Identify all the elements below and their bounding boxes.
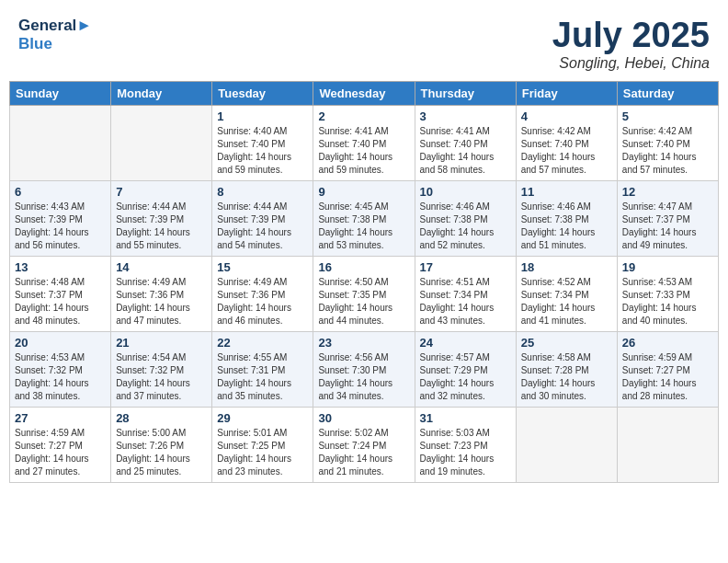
calendar-cell: 15Sunrise: 4:49 AMSunset: 7:36 PMDayligh…: [212, 256, 313, 331]
calendar-cell: 21Sunrise: 4:54 AMSunset: 7:32 PMDayligh…: [111, 331, 212, 407]
day-info: Sunrise: 4:51 AMSunset: 7:34 PMDaylight:…: [420, 276, 511, 327]
day-info: Sunrise: 4:48 AMSunset: 7:37 PMDaylight:…: [15, 276, 106, 327]
calendar-week-1: 1Sunrise: 4:40 AMSunset: 7:40 PMDaylight…: [10, 105, 719, 180]
day-number: 30: [318, 411, 409, 425]
day-info: Sunrise: 4:43 AMSunset: 7:39 PMDaylight:…: [15, 201, 106, 252]
day-number: 1: [217, 109, 308, 123]
title-block: July 2025 Songling, Hebei, China: [552, 17, 710, 72]
calendar-cell: 28Sunrise: 5:00 AMSunset: 7:26 PMDayligh…: [111, 407, 212, 482]
calendar-cell: 27Sunrise: 4:59 AMSunset: 7:27 PMDayligh…: [10, 407, 111, 482]
calendar-cell: [516, 407, 617, 482]
day-number: 12: [622, 185, 713, 199]
day-info: Sunrise: 4:56 AMSunset: 7:30 PMDaylight:…: [318, 351, 409, 403]
day-number: 19: [622, 260, 713, 274]
day-info: Sunrise: 4:55 AMSunset: 7:31 PMDaylight:…: [217, 351, 308, 403]
calendar-cell: [10, 105, 111, 180]
calendar-cell: 26Sunrise: 4:59 AMSunset: 7:27 PMDayligh…: [617, 331, 718, 407]
calendar-cell: 7Sunrise: 4:44 AMSunset: 7:39 PMDaylight…: [111, 180, 212, 256]
location-title: Songling, Hebei, China: [552, 55, 710, 72]
weekday-header-thursday: Thursday: [415, 81, 516, 105]
day-number: 22: [217, 336, 308, 350]
calendar-cell: 31Sunrise: 5:03 AMSunset: 7:23 PMDayligh…: [415, 407, 516, 482]
day-number: 2: [318, 109, 409, 123]
calendar-cell: 17Sunrise: 4:51 AMSunset: 7:34 PMDayligh…: [415, 256, 516, 331]
calendar-cell: 1Sunrise: 4:40 AMSunset: 7:40 PMDaylight…: [212, 105, 313, 180]
weekday-header-row: SundayMondayTuesdayWednesdayThursdayFrid…: [10, 81, 719, 105]
day-number: 18: [521, 260, 612, 274]
day-info: Sunrise: 4:59 AMSunset: 7:27 PMDaylight:…: [15, 427, 106, 478]
weekday-header-monday: Monday: [111, 81, 212, 105]
calendar-cell: 18Sunrise: 4:52 AMSunset: 7:34 PMDayligh…: [516, 256, 617, 331]
day-info: Sunrise: 4:58 AMSunset: 7:28 PMDaylight:…: [521, 351, 612, 403]
day-number: 29: [217, 411, 308, 425]
calendar-cell: 8Sunrise: 4:44 AMSunset: 7:39 PMDaylight…: [212, 180, 313, 256]
day-number: 4: [521, 109, 612, 123]
calendar-cell: 25Sunrise: 4:58 AMSunset: 7:28 PMDayligh…: [516, 331, 617, 407]
calendar-cell: 16Sunrise: 4:50 AMSunset: 7:35 PMDayligh…: [313, 256, 415, 331]
day-info: Sunrise: 4:49 AMSunset: 7:36 PMDaylight:…: [116, 276, 207, 327]
calendar-cell: 29Sunrise: 5:01 AMSunset: 7:25 PMDayligh…: [212, 407, 313, 482]
calendar-cell: 11Sunrise: 4:46 AMSunset: 7:38 PMDayligh…: [516, 180, 617, 256]
day-number: 11: [521, 185, 612, 199]
day-info: Sunrise: 4:44 AMSunset: 7:39 PMDaylight:…: [116, 201, 207, 252]
day-number: 13: [15, 260, 106, 274]
calendar-cell: 19Sunrise: 4:53 AMSunset: 7:33 PMDayligh…: [617, 256, 718, 331]
day-info: Sunrise: 5:00 AMSunset: 7:26 PMDaylight:…: [116, 427, 207, 478]
calendar-week-2: 6Sunrise: 4:43 AMSunset: 7:39 PMDaylight…: [10, 180, 719, 256]
day-number: 27: [15, 411, 106, 425]
day-info: Sunrise: 4:50 AMSunset: 7:35 PMDaylight:…: [318, 276, 409, 327]
day-info: Sunrise: 4:46 AMSunset: 7:38 PMDaylight:…: [420, 201, 511, 252]
day-info: Sunrise: 4:42 AMSunset: 7:40 PMDaylight:…: [521, 125, 612, 177]
calendar-cell: 23Sunrise: 4:56 AMSunset: 7:30 PMDayligh…: [313, 331, 415, 407]
day-info: Sunrise: 4:41 AMSunset: 7:40 PMDaylight:…: [420, 125, 511, 177]
weekday-header-wednesday: Wednesday: [313, 81, 415, 105]
day-number: 10: [420, 185, 511, 199]
calendar-cell: 10Sunrise: 4:46 AMSunset: 7:38 PMDayligh…: [415, 180, 516, 256]
logo-subtext: Blue: [18, 35, 92, 53]
calendar-cell: 9Sunrise: 4:45 AMSunset: 7:38 PMDaylight…: [313, 180, 415, 256]
day-number: 20: [15, 336, 106, 350]
day-number: 6: [15, 185, 106, 199]
calendar-cell: 6Sunrise: 4:43 AMSunset: 7:39 PMDaylight…: [10, 180, 111, 256]
calendar-week-5: 27Sunrise: 4:59 AMSunset: 7:27 PMDayligh…: [10, 407, 719, 482]
calendar-cell: 20Sunrise: 4:53 AMSunset: 7:32 PMDayligh…: [10, 331, 111, 407]
day-number: 25: [521, 336, 612, 350]
weekday-header-sunday: Sunday: [10, 81, 111, 105]
calendar-cell: [111, 105, 212, 180]
day-number: 24: [420, 336, 511, 350]
calendar-week-3: 13Sunrise: 4:48 AMSunset: 7:37 PMDayligh…: [10, 256, 719, 331]
logo: General► Blue: [18, 17, 92, 52]
day-number: 3: [420, 109, 511, 123]
month-title: July 2025: [552, 17, 710, 55]
day-number: 5: [622, 109, 713, 123]
weekday-header-tuesday: Tuesday: [212, 81, 313, 105]
day-info: Sunrise: 4:49 AMSunset: 7:36 PMDaylight:…: [217, 276, 308, 327]
day-info: Sunrise: 4:41 AMSunset: 7:40 PMDaylight:…: [318, 125, 409, 177]
day-info: Sunrise: 4:53 AMSunset: 7:33 PMDaylight:…: [622, 276, 713, 327]
logo-text: General►: [18, 17, 92, 35]
day-info: Sunrise: 4:45 AMSunset: 7:38 PMDaylight:…: [318, 201, 409, 252]
day-info: Sunrise: 5:03 AMSunset: 7:23 PMDaylight:…: [420, 427, 511, 478]
day-number: 9: [318, 185, 409, 199]
weekday-header-saturday: Saturday: [617, 81, 718, 105]
day-info: Sunrise: 4:46 AMSunset: 7:38 PMDaylight:…: [521, 201, 612, 252]
day-info: Sunrise: 4:47 AMSunset: 7:37 PMDaylight:…: [622, 201, 713, 252]
day-info: Sunrise: 4:57 AMSunset: 7:29 PMDaylight:…: [420, 351, 511, 403]
day-info: Sunrise: 5:02 AMSunset: 7:24 PMDaylight:…: [318, 427, 409, 478]
calendar-week-4: 20Sunrise: 4:53 AMSunset: 7:32 PMDayligh…: [10, 331, 719, 407]
day-number: 26: [622, 336, 713, 350]
weekday-header-friday: Friday: [516, 81, 617, 105]
calendar-cell: 13Sunrise: 4:48 AMSunset: 7:37 PMDayligh…: [10, 256, 111, 331]
day-number: 23: [318, 336, 409, 350]
day-info: Sunrise: 5:01 AMSunset: 7:25 PMDaylight:…: [217, 427, 308, 478]
calendar-cell: 12Sunrise: 4:47 AMSunset: 7:37 PMDayligh…: [617, 180, 718, 256]
page-header: General► Blue July 2025 Songling, Hebei,…: [9, 9, 719, 75]
day-info: Sunrise: 4:54 AMSunset: 7:32 PMDaylight:…: [116, 351, 207, 403]
calendar-cell: 2Sunrise: 4:41 AMSunset: 7:40 PMDaylight…: [313, 105, 415, 180]
day-number: 15: [217, 260, 308, 274]
day-number: 31: [420, 411, 511, 425]
day-info: Sunrise: 4:40 AMSunset: 7:40 PMDaylight:…: [217, 125, 308, 177]
calendar-cell: 5Sunrise: 4:42 AMSunset: 7:40 PMDaylight…: [617, 105, 718, 180]
day-number: 28: [116, 411, 207, 425]
day-number: 14: [116, 260, 207, 274]
